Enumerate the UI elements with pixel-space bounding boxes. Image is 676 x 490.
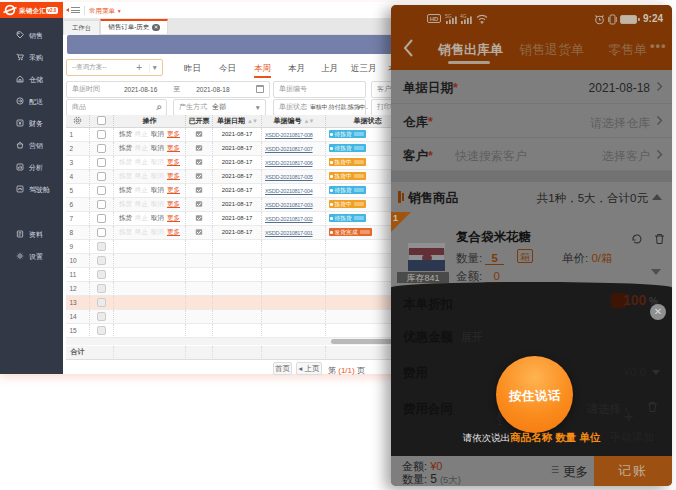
svg-text:5G: 5G [445,13,452,19]
svg-text:4G: 4G [460,13,467,19]
